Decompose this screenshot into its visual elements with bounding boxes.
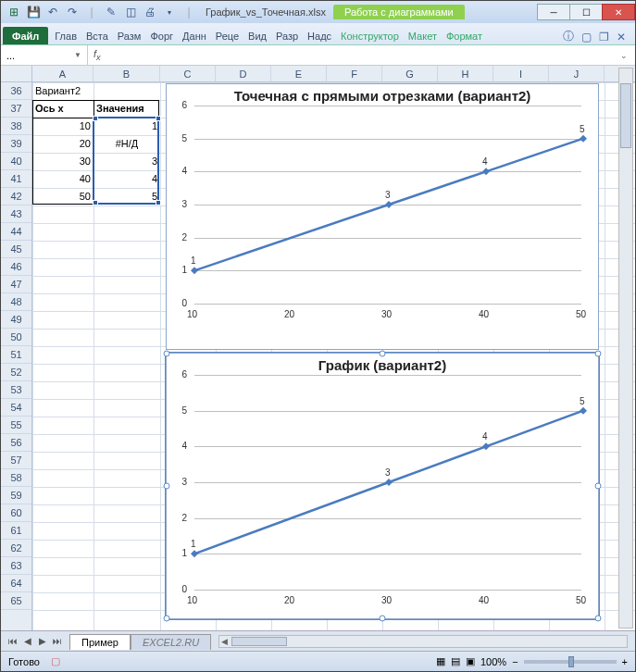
row-header-60[interactable]: 60: [1, 504, 31, 522]
qat-more-icon[interactable]: ▾: [162, 5, 177, 19]
print-preview-icon[interactable]: 🖨: [143, 5, 157, 19]
ribbon-tab-4[interactable]: Данн: [178, 27, 211, 44]
row-header-58[interactable]: 58: [1, 469, 31, 487]
ribbon-ctx-tab-0[interactable]: Конструктор: [336, 27, 404, 44]
fx-icon[interactable]: fx: [88, 48, 106, 62]
row-header-44[interactable]: 44: [1, 223, 31, 241]
ribbon-tab-5[interactable]: Реце: [211, 27, 243, 44]
row-header-61[interactable]: 61: [1, 522, 31, 540]
name-box[interactable]: ... ▼: [1, 45, 88, 65]
zoom-out-icon[interactable]: −: [512, 656, 518, 667]
row-header-46[interactable]: 46: [1, 258, 31, 276]
ribbon-min-icon[interactable]: ▢: [581, 31, 592, 44]
row-header-56[interactable]: 56: [1, 434, 31, 452]
row-header-36[interactable]: 36: [1, 82, 31, 100]
ribbon-restore-icon[interactable]: ❐: [599, 31, 609, 44]
ribbon-ctx-tab-2[interactable]: Формат: [442, 27, 487, 44]
row-header-41[interactable]: 41: [1, 170, 31, 188]
close-button[interactable]: ✕: [602, 4, 635, 20]
ribbon-tab-8[interactable]: Надс: [303, 27, 336, 44]
qat-icon-1[interactable]: ✎: [104, 5, 118, 19]
chart-resize-handle[interactable]: [380, 351, 386, 357]
row-header-55[interactable]: 55: [1, 417, 31, 434]
ribbon-tab-2[interactable]: Разм: [113, 27, 146, 44]
vertical-scrollbar[interactable]: [618, 68, 633, 628]
tab-nav-first-icon[interactable]: ⏮: [6, 636, 19, 646]
row-header-64[interactable]: 64: [1, 575, 31, 592]
col-header-D[interactable]: D: [216, 66, 271, 81]
formula-expand-icon[interactable]: ⌄: [613, 51, 635, 60]
sheet-tab-active[interactable]: Пример: [69, 634, 131, 650]
col-header-B[interactable]: B: [94, 66, 160, 81]
row-header-65[interactable]: 65: [1, 592, 31, 610]
row-header-63[interactable]: 63: [1, 557, 31, 575]
row-header-40[interactable]: 40: [1, 153, 31, 170]
row-header-47[interactable]: 47: [1, 276, 31, 293]
row-header-38[interactable]: 38: [1, 118, 31, 135]
col-header-F[interactable]: F: [327, 66, 382, 81]
chart-resize-handle[interactable]: [595, 616, 602, 622]
horizontal-scrollbar[interactable]: ◀: [218, 635, 628, 648]
chart-resize-handle[interactable]: [164, 351, 170, 357]
row-header-62[interactable]: 62: [1, 540, 31, 557]
sheet-tab-inactive[interactable]: EXCEL2.RU: [131, 634, 211, 650]
ribbon-tab-1[interactable]: Вста: [81, 27, 113, 44]
row-header-54[interactable]: 54: [1, 399, 31, 417]
row-header-39[interactable]: 39: [1, 135, 31, 153]
cell-A36[interactable]: Вариант2: [32, 82, 94, 100]
redo-icon[interactable]: ↷: [65, 5, 80, 19]
chart-resize-handle[interactable]: [164, 616, 170, 622]
zoom-level[interactable]: 100%: [480, 656, 506, 667]
chart-resize-handle[interactable]: [595, 351, 602, 357]
chart-scatter[interactable]: Точечная с прямыми отрезками (вариант2)0…: [166, 83, 599, 350]
ribbon-ctx-tab-1[interactable]: Макет: [404, 27, 442, 44]
view-break-icon[interactable]: ▣: [466, 655, 475, 667]
row-header-59[interactable]: 59: [1, 487, 31, 504]
col-header-J[interactable]: J: [549, 66, 605, 81]
zoom-slider[interactable]: [524, 660, 617, 664]
file-tab[interactable]: Файл: [3, 27, 48, 44]
save-icon[interactable]: 💾: [26, 5, 41, 19]
view-normal-icon[interactable]: ▦: [436, 655, 445, 667]
tab-nav-last-icon[interactable]: ⏭: [51, 636, 64, 646]
row-header-48[interactable]: 48: [1, 293, 31, 311]
row-header-42[interactable]: 42: [1, 188, 31, 205]
col-header-I[interactable]: I: [493, 66, 549, 81]
col-header-G[interactable]: G: [382, 66, 438, 81]
ribbon-tab-7[interactable]: Разр: [271, 27, 303, 44]
ribbon-tab-3[interactable]: Форг: [145, 27, 178, 44]
qat-icon-2[interactable]: ◫: [123, 5, 138, 19]
chart-line[interactable]: График (вариант2)012345610203040501345: [166, 353, 599, 619]
macro-record-icon[interactable]: ▢: [51, 655, 60, 667]
minimize-button[interactable]: ─: [537, 4, 570, 20]
name-box-dropdown-icon[interactable]: ▼: [74, 51, 81, 59]
ribbon-tab-0[interactable]: Глав: [50, 27, 81, 44]
col-header-E[interactable]: E: [271, 66, 327, 81]
chart-resize-handle[interactable]: [164, 483, 170, 490]
row-header-50[interactable]: 50: [1, 329, 31, 346]
row-header-51[interactable]: 51: [1, 346, 31, 364]
tab-nav-prev-icon[interactable]: ◀: [21, 636, 34, 646]
row-header-49[interactable]: 49: [1, 311, 31, 329]
row-header-43[interactable]: 43: [1, 205, 31, 223]
ribbon-tab-6[interactable]: Вид: [243, 27, 271, 44]
zoom-in-icon[interactable]: +: [622, 656, 628, 667]
col-header-H[interactable]: H: [438, 66, 493, 81]
undo-icon[interactable]: ↶: [45, 5, 60, 19]
row-header-45[interactable]: 45: [1, 241, 31, 258]
tab-nav-next-icon[interactable]: ▶: [36, 636, 49, 646]
chart-resize-handle[interactable]: [380, 616, 386, 622]
ribbon-close-icon[interactable]: ✕: [617, 31, 626, 44]
chart-resize-handle[interactable]: [595, 483, 602, 490]
cell-grid[interactable]: Вариант2Ось хЗначения10120#Н/Д303404505Т…: [32, 82, 635, 630]
maximize-button[interactable]: ☐: [569, 4, 603, 20]
col-header-A[interactable]: A: [32, 66, 94, 81]
row-header-57[interactable]: 57: [1, 452, 31, 469]
row-header-53[interactable]: 53: [1, 381, 31, 399]
view-layout-icon[interactable]: ▤: [451, 655, 460, 667]
row-header-52[interactable]: 52: [1, 364, 31, 381]
row-header-37[interactable]: 37: [1, 100, 31, 118]
help-icon[interactable]: ⓘ: [563, 29, 574, 44]
col-header-C[interactable]: C: [160, 66, 216, 81]
select-all-corner[interactable]: [1, 66, 32, 82]
